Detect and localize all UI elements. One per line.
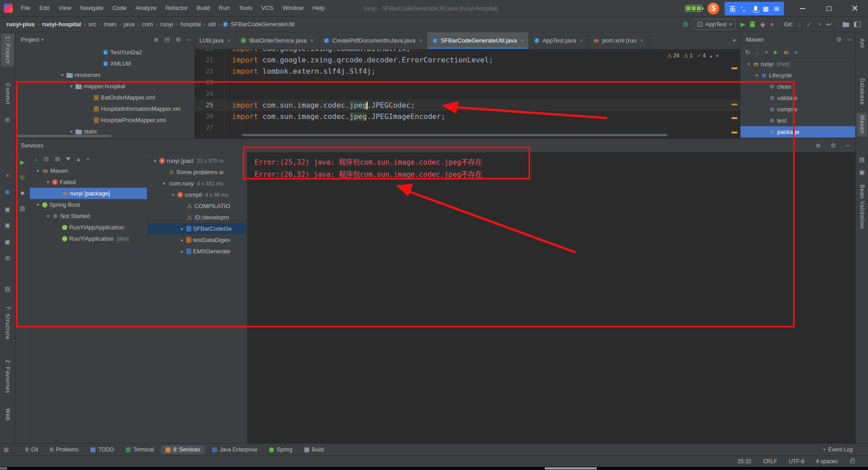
chevron-down-icon[interactable]: ▾ [753, 73, 760, 78]
toolwindow-button-structure[interactable]: 7: Structure [1, 304, 14, 342]
inspection-warning[interactable]: ⚠1 [684, 52, 693, 59]
menu-file[interactable]: File [16, 0, 35, 16]
build-tree-item[interactable]: ▸EMSGenerate [148, 246, 246, 257]
maximize-button[interactable] [816, 0, 842, 17]
editor-tab-ibatorderservice-java[interactable]: IBatOrderService.java× [236, 32, 319, 49]
grid-icon[interactable]: ⊞ [0, 116, 15, 123]
editor-tab-apptest-java[interactable]: AppTest.java× [529, 32, 588, 49]
close-tab-icon[interactable]: × [310, 37, 314, 44]
toolwindow-tab-6-problems[interactable]: 6: Problems [45, 445, 83, 454]
chevron-down-icon[interactable]: ▾ [160, 181, 168, 186]
build-tree-item[interactable]: ⚠Some problems w [148, 166, 246, 178]
project-tree-item[interactable]: ▾mapper.hospital [15, 81, 194, 92]
collapse-all-icon[interactable]: ⊟ [44, 156, 49, 162]
toolwindow-tab-java-enterprise[interactable]: Java Enterprise [208, 445, 262, 454]
breadcrumb-com[interactable]: com [141, 21, 154, 28]
menu-vcs[interactable]: VCS [257, 0, 278, 16]
chevron-down-icon[interactable]: ▾ [41, 37, 43, 42]
stop-icon[interactable]: ■ [15, 190, 29, 196]
build-tree-item[interactable]: ⚠/D:/developm [148, 212, 246, 223]
services-tree-item[interactable]: RuoYiAppApplication [30, 222, 147, 233]
maven-tree-item[interactable]: ⚙clean [741, 81, 855, 92]
chevron-right-icon[interactable]: ▸ [179, 249, 186, 254]
services-tree-item[interactable]: mruoyi [package] [30, 188, 147, 199]
hidden-tabs-icon[interactable]: ▾ [728, 38, 740, 43]
code-line[interactable]: 21import com.google.zxing.qrcode.decoder… [195, 54, 740, 66]
menu-refactor[interactable]: Refactor [161, 0, 192, 16]
locate-file-icon[interactable]: ⊕ [154, 36, 159, 43]
git-rollback-icon[interactable]: ↩ [826, 20, 832, 28]
build-tree-item[interactable]: ⚠COMPILATIO [148, 200, 246, 212]
project-tree-item[interactable]: HospitalInformationMapper.xm [15, 103, 194, 114]
file-encoding[interactable]: UTF-8 [789, 458, 804, 465]
maven-tree-item[interactable]: ⚙package [741, 126, 855, 138]
project-tree-item[interactable]: XMLUtil [15, 58, 194, 69]
toolwindow-button-favorites[interactable]: 2: Favorites [1, 357, 14, 396]
editor-tab-pom-xml-ruo[interactable]: mpom.xml (ruo× [588, 32, 648, 49]
add-service-icon[interactable]: + [86, 156, 90, 162]
code-line[interactable]: 27 [195, 122, 740, 133]
add-maven-project-icon[interactable]: + [764, 49, 768, 56]
keyboard-icon[interactable]: ▦ [763, 5, 769, 12]
build-tree-item[interactable]: ▸testDataDiges [148, 234, 246, 246]
gear-icon[interactable]: ⚙ [830, 142, 836, 149]
layers-icon[interactable]: ▣ [856, 169, 868, 176]
services-tree-item[interactable]: ▾Spring Boot [30, 199, 147, 210]
warning-stripe-mark[interactable] [731, 132, 737, 133]
stop-button[interactable]: ■ [770, 21, 774, 28]
breadcrumb-ruoyi[interactable]: ruoyi [160, 21, 174, 28]
target-icon[interactable]: ◉ [0, 188, 15, 195]
maven-icon[interactable]: m [783, 49, 788, 56]
sort-icon[interactable]: ↕ [34, 156, 38, 162]
reimport-icon[interactable]: ↻ [745, 49, 750, 56]
debug-button[interactable] [750, 21, 755, 27]
hide-panel-icon[interactable]: ─ [187, 36, 191, 43]
project-tree-item[interactable]: HospitalPriceMapper.xml [15, 114, 194, 126]
toolwindow-tab-build[interactable]: Build [300, 445, 329, 454]
chevron-down-icon[interactable]: ▾ [44, 214, 52, 218]
layout-icon[interactable] [854, 22, 861, 27]
ime-language-toggle[interactable]: 英 [729, 4, 736, 13]
editor-tab-createpdfdocumentinjava-java[interactable]: CreatePdfDocumentInJava.java× [319, 32, 427, 49]
execute-goal-icon[interactable]: ▶ [774, 49, 778, 55]
build-tree-item[interactable]: ▾com.ruoy4 s 481 ms [148, 178, 246, 189]
project-tree-item[interactable]: ▾resources [15, 69, 194, 81]
gear-icon[interactable]: ⚙ [836, 36, 842, 43]
horizontal-scrollbar[interactable] [242, 134, 667, 136]
warning-stripe-mark[interactable] [731, 104, 737, 105]
maven-tree-item[interactable]: ⚙validate [741, 92, 855, 104]
toolwindow-button-database[interactable]: Database [857, 76, 867, 108]
run-configuration-select[interactable]: AppTest ▾ [693, 19, 736, 30]
breadcrumb-file[interactable]: SFBarCodeGenerateUtil [222, 21, 294, 28]
toolwindow-tab-9-git[interactable]: 9: Git [21, 445, 43, 454]
chevron-down-icon[interactable]: ▾ [170, 192, 177, 197]
code-line[interactable]: 25import com.sun.image.codec.jpeg.JPEGCo… [195, 100, 740, 111]
warning-stripe-mark[interactable] [731, 67, 737, 69]
more-icon[interactable]: » [794, 49, 797, 56]
grid-icon[interactable]: ⊞ [774, 5, 779, 12]
menu-window[interactable]: Window [278, 0, 308, 16]
list-icon[interactable]: ▤ [15, 205, 29, 212]
maven-tree-item[interactable]: ⚙compile [741, 104, 855, 115]
build-tree-item[interactable]: ▾!ruoyi [pacl23 s 870 m [148, 155, 246, 166]
project-tree-item[interactable]: BatOrderMapper.xml [15, 92, 194, 103]
breadcrumb-ruoyi-plus[interactable]: ruoyi-plus [5, 21, 36, 28]
menu-tools[interactable]: Tools [234, 0, 257, 16]
build-error-line[interactable]: Error:(25,32) java: 程序包com.sun.image.cod… [255, 157, 855, 169]
breadcrumb-util[interactable]: util [208, 21, 217, 28]
editor-tab-lutil-java[interactable]: LUtil.java× [195, 32, 236, 49]
services-tree-item[interactable]: ▾!Failed [30, 176, 147, 188]
toolwindow-button-maven[interactable]: Maven [857, 113, 867, 137]
download-sources-icon[interactable]: ↓ [756, 49, 759, 56]
microphone-icon[interactable] [754, 6, 757, 11]
rerun-icon[interactable]: ↻ [15, 174, 29, 181]
ime-punctuation-toggle[interactable]: '， [741, 4, 749, 13]
chevron-down-icon[interactable]: ▾ [745, 62, 752, 66]
scroll-icon[interactable]: ▤ [856, 156, 868, 163]
toolwindow-button-ant[interactable]: Ant [857, 36, 867, 51]
group-by-icon[interactable]: ⊞ [55, 156, 60, 162]
indent-style[interactable]: 4 spaces [816, 458, 838, 465]
chevron-down-icon[interactable]: ▾ [34, 168, 42, 173]
build-project-icon[interactable]: ⚙ [683, 20, 689, 28]
gear-icon[interactable]: ⚙ [175, 36, 181, 43]
